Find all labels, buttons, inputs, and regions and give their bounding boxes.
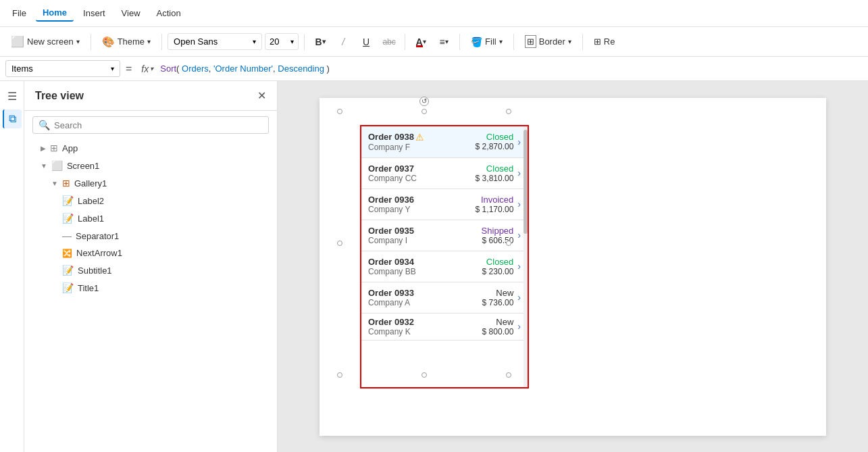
app-icon: ⊞	[50, 143, 58, 153]
formula-arg2: 'Order Number'	[213, 64, 273, 74]
sidebar-icon-menu[interactable]: ☰	[3, 86, 22, 105]
new-screen-button[interactable]: ⬜ New screen ▾	[5, 32, 85, 51]
tree-panel: Tree view ✕ 🔍 ▶ ⊞ App ▼ ⬜ Screen1 ▼ ⊞	[24, 81, 278, 452]
gallery-row-6[interactable]: Order 0932 Company K New $ 800.00 ›	[361, 313, 528, 341]
gallery-selection-wrapper: ↺ Order 0938 ⚠	[340, 111, 509, 375]
border-chevron-icon: ▾	[568, 38, 571, 45]
tree-item-gallery1[interactable]: ▼ ⊞ Gallery1	[24, 174, 277, 192]
border-label: Border	[539, 36, 565, 47]
gallery-row-2[interactable]: Order 0936 Company Y Invoiced $ 1,170.00…	[361, 189, 528, 220]
gallery-row-0[interactable]: Order 0938 ⚠ Company F Closed $ 2,870.00…	[361, 126, 528, 158]
re-label: Re	[604, 36, 615, 47]
row-company-0: Company F	[368, 143, 466, 152]
menu-file[interactable]: File	[5, 5, 33, 21]
row-amount-2: $ 1,170.00	[476, 205, 514, 214]
search-input[interactable]	[54, 120, 263, 130]
gallery-scrollbar[interactable]	[524, 126, 528, 387]
gallery-row-content-6: Order 0932 Company K	[368, 317, 466, 336]
row-chevron-6[interactable]: ›	[517, 321, 521, 332]
menu-view[interactable]: View	[115, 5, 147, 21]
gallery-row-content-2: Order 0936 Company Y	[368, 195, 466, 214]
rotate-handle[interactable]: ↺	[419, 97, 429, 106]
gallery1[interactable]: Order 0938 ⚠ Company F Closed $ 2,870.00…	[360, 125, 529, 388]
fx-button[interactable]: fx ▾	[137, 61, 157, 77]
tree-item-label1[interactable]: 📝 Label1	[24, 209, 277, 227]
handle-top-right[interactable]	[506, 109, 511, 114]
main-area: ☰ ⧉ Tree view ✕ 🔍 ▶ ⊞ App ▼ ⬜ Screen1	[0, 81, 868, 452]
row-chevron-3[interactable]: ›	[517, 230, 521, 241]
canvas-content: ↺ Order 0938 ⚠	[320, 98, 826, 436]
fill-button[interactable]: 🪣 Fill ▾	[465, 34, 508, 50]
italic-button[interactable]: /	[333, 32, 353, 51]
fx-chevron-icon: ▾	[150, 65, 153, 72]
tree-item-subtitle1[interactable]: 📝 Subtitle1	[24, 261, 277, 279]
gallery-row-3[interactable]: Order 0935 Company I Shipped $ 606.50 ›	[361, 220, 528, 251]
row-chevron-0[interactable]: ›	[517, 136, 521, 147]
label-icon-1: 📝	[62, 195, 74, 206]
font-size-chevron-icon: ▾	[290, 38, 294, 45]
handle-mid-left[interactable]	[337, 241, 342, 246]
fill-icon: 🪣	[471, 36, 482, 47]
handle-bot-right[interactable]	[506, 372, 511, 378]
tree-item-title1[interactable]: 📝 Title1	[24, 279, 277, 297]
row-amount-6: $ 800.00	[482, 327, 514, 336]
handle-top-left[interactable]	[337, 109, 342, 114]
app-expand-icon: ▶	[41, 145, 46, 152]
toolbar-separator-3	[304, 34, 305, 50]
border-button[interactable]: ⊞ Border ▾	[519, 32, 577, 51]
row-chevron-1[interactable]: ›	[517, 168, 521, 178]
tree-item-label2[interactable]: 📝 Label2	[24, 192, 277, 209]
tree-item-screen1[interactable]: ▼ ⬜ Screen1	[24, 157, 277, 174]
font-name: Open Sans	[174, 36, 218, 47]
property-selector[interactable]: Items ▾	[5, 60, 120, 77]
tree-close-button[interactable]: ✕	[257, 89, 266, 102]
theme-button[interactable]: 🎨 Theme ▾	[97, 33, 156, 51]
canvas-area: ↺ Order 0938 ⚠	[278, 81, 868, 452]
underline-button[interactable]: U	[356, 32, 376, 51]
align-button[interactable]: ≡ ▾	[434, 32, 454, 51]
row-chevron-5[interactable]: ›	[517, 292, 521, 303]
tree-item-separator1[interactable]: — Separator1	[24, 227, 277, 245]
menu-home[interactable]: Home	[36, 5, 74, 22]
gallery-row-4[interactable]: Order 0934 Company BB Closed $ 230.00 ›	[361, 251, 528, 282]
sidebar-icon-layers[interactable]: ⧉	[3, 109, 22, 128]
row-chevron-4[interactable]: ›	[517, 261, 521, 272]
toolbar-separator-4	[405, 34, 405, 50]
align-chevron-icon: ▾	[445, 38, 449, 45]
row-status-4: Closed	[486, 257, 513, 267]
row-order-0: Order 0938	[368, 132, 414, 142]
tree-item-app[interactable]: ▶ ⊞ App	[24, 139, 277, 157]
row-company-3: Company I	[368, 236, 466, 245]
handle-bot-left[interactable]	[337, 372, 342, 378]
handle-bot-center[interactable]	[422, 372, 427, 378]
font-size-box[interactable]: 20 ▾	[265, 33, 299, 50]
screen1-label: Screen1	[67, 161, 99, 171]
gallery-row-5[interactable]: Order 0933 Company A New $ 736.00 ›	[361, 282, 528, 313]
handle-mid-right[interactable]	[506, 241, 511, 246]
row-status-0: Closed	[486, 132, 513, 142]
menu-action[interactable]: Action	[150, 5, 188, 21]
row-company-1: Company CC	[368, 174, 466, 183]
tree-item-nextarrow1[interactable]: 🔀 NextArrow1	[24, 245, 277, 261]
gallery-row-content-4: Order 0934 Company BB	[368, 257, 466, 276]
font-selector[interactable]: Open Sans ▾	[168, 33, 262, 50]
formula-bar: Items ▾ = fx ▾ Sort( Orders, 'Order Numb…	[0, 57, 868, 81]
gallery-row-content-0: Order 0938 ⚠ Company F	[368, 132, 466, 152]
screen-expand-icon: ▼	[41, 162, 47, 170]
menu-insert[interactable]: Insert	[76, 5, 112, 21]
font-color-icon: A	[416, 36, 423, 47]
row-chevron-2[interactable]: ›	[517, 199, 521, 209]
strikethrough-button[interactable]: abc	[379, 32, 399, 51]
font-color-chevron-icon: ▾	[423, 38, 426, 45]
font-chevron-icon: ▾	[253, 38, 256, 45]
row-amount-0: $ 2,870.00	[476, 142, 514, 151]
bold-button[interactable]: B ▾	[310, 32, 330, 51]
row-right-1: Closed $ 3,810.00	[466, 164, 513, 183]
reorder-icon: ⊞	[594, 36, 601, 47]
gallery-row-1[interactable]: Order 0937 Company CC Closed $ 3,810.00 …	[361, 158, 528, 189]
formula-arg1: Orders	[182, 64, 209, 74]
font-color-button[interactable]: A ▾	[411, 32, 431, 51]
chevron-down-icon: ▾	[76, 38, 80, 45]
handle-top-center[interactable]	[422, 109, 427, 114]
re-button[interactable]: ⊞ Re	[588, 34, 621, 49]
